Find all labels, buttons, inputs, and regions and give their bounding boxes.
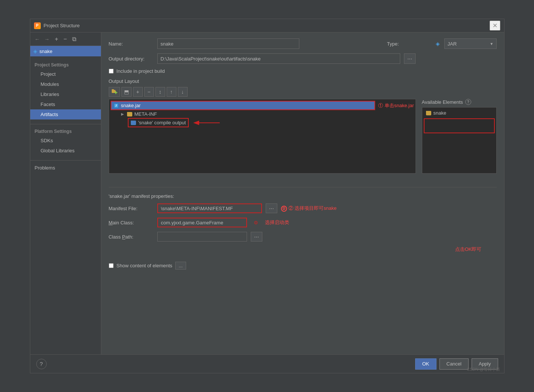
output-dir-browse-button[interactable]: ⋯ [404, 53, 416, 64]
output-dir-row: Output directory: ⋯ [109, 53, 497, 64]
jar-row: J snake.jar ① 单击snake.jar [111, 101, 414, 110]
layout-toolbar: ⬒ + − ↕ ↑ ↓ [109, 87, 497, 97]
classpath-browse-button[interactable]: ⋯ [251, 232, 262, 242]
type-select-wrapper: JAR WAR EAR ▼ [444, 38, 497, 49]
compile-output-row: 'snake' compile output [111, 118, 414, 127]
manifest-section: 'snake.jar' manifest properties: Manifes… [109, 187, 497, 257]
back-button[interactable]: ← [33, 35, 41, 43]
sidebar-item-global-libraries[interactable]: Global Libraries [30, 146, 101, 156]
manifest-file-label: Manifest File: [109, 206, 154, 211]
sidebar-selected-item[interactable]: ◈ snake [30, 46, 101, 56]
include-build-checkbox[interactable] [109, 69, 114, 74]
type-label: Type: [387, 41, 432, 47]
include-build-row: Include in project build [109, 68, 497, 74]
available-folder-icon [426, 111, 431, 115]
jar-icon: J [114, 103, 119, 108]
main-class-row: Main Class: ⚙ 选择启动类 [109, 218, 497, 227]
copy-item-button[interactable]: ⧉ [71, 35, 78, 43]
layout-remove-button[interactable]: − [144, 87, 154, 97]
main-class-browse-button[interactable]: ⚙ [251, 218, 261, 227]
output-layout-area: J snake.jar ① 单击snake.jar ▶ META-INF [109, 99, 497, 174]
main-panel: Name: Type: ◈ JAR WAR EAR ▼ [101, 32, 504, 354]
available-panel: Available Elements ? snake [422, 99, 497, 174]
classpath-row: Class Path: ⋯ [109, 232, 497, 242]
manifest-title: 'snake.jar' manifest properties: [109, 193, 497, 199]
output-layout-title: Output Layout [109, 78, 497, 84]
jar-icon-small: ◈ [33, 48, 37, 54]
sidebar-item-artifacts[interactable]: Artifacts [30, 109, 101, 119]
project-settings-header: Project Settings [30, 59, 101, 69]
close-button[interactable]: ✕ [490, 21, 500, 31]
type-container: ◈ JAR WAR EAR ▼ [436, 38, 497, 49]
sort-button[interactable]: ↕ [155, 87, 165, 97]
main-class-label: Main Class: [109, 220, 154, 225]
manifest-file-input[interactable] [157, 203, 262, 213]
move-down-button[interactable]: ↓ [178, 87, 188, 97]
ok-button[interactable]: OK [415, 358, 436, 370]
compile-output-tree-item[interactable]: 'snake' compile output [128, 118, 189, 127]
available-title: Available Elements ? [422, 99, 497, 105]
show-content-options-button[interactable]: ... [175, 262, 186, 270]
meta-inf-label: META-INF [135, 111, 157, 117]
sidebar-item-name: snake [40, 49, 53, 54]
dialog-footer: ? OK Cancel Apply CSDN @每日小新 [30, 354, 504, 373]
content-area: ← → + − ⧉ ◈ snake Project Settings Proje… [30, 32, 504, 354]
type-select[interactable]: JAR WAR EAR [444, 38, 497, 49]
available-snake-label: snake [433, 110, 447, 116]
output-dir-input[interactable] [157, 53, 400, 64]
show-content-row: Show content of elements ... [109, 262, 497, 270]
columns-button[interactable]: ⬒ [121, 87, 132, 97]
expand-chevron: ▶ [121, 112, 124, 116]
show-content-label[interactable]: Show content of elements [117, 263, 173, 268]
annotation-arrow [192, 118, 222, 127]
cancel-button[interactable]: Cancel [439, 358, 469, 370]
move-up-button[interactable]: ↑ [167, 87, 176, 97]
name-label: Name: [109, 41, 154, 47]
meta-inf-folder-icon [127, 112, 132, 116]
add-from-modules-button[interactable] [109, 87, 120, 97]
jar-tree-item[interactable]: J snake.jar [111, 101, 376, 110]
sidebar-item-project[interactable]: Project [30, 69, 101, 79]
available-snake-item[interactable]: snake [424, 109, 495, 117]
annotation-2-circle: ② [281, 206, 287, 212]
annotation-2: ②② 选择项目即可snake [281, 205, 337, 212]
compile-output-label: 'snake' compile output [138, 120, 186, 125]
title-bar-left: P Project Structure [34, 22, 80, 29]
sidebar-item-problems[interactable]: Problems [30, 162, 101, 174]
name-input[interactable] [157, 38, 299, 49]
main-class-input[interactable] [157, 218, 247, 227]
sidebar-item-facets[interactable]: Facets [30, 99, 101, 109]
available-red-box [424, 118, 495, 133]
add-item-button[interactable]: + [53, 35, 60, 43]
nav-arrows: ← → [33, 35, 51, 43]
jar-type-icon: ◈ [436, 41, 440, 47]
title-bar: P Project Structure ✕ [30, 19, 504, 32]
classpath-label: Class Path: [109, 234, 154, 240]
tree-panel[interactable]: J snake.jar ① 单击snake.jar ▶ META-INF [109, 99, 416, 174]
meta-inf-tree-item[interactable]: ▶ META-INF [111, 110, 414, 118]
show-content-checkbox[interactable] [109, 263, 114, 268]
sidebar-item-libraries[interactable]: Libraries [30, 89, 101, 99]
manifest-browse-button[interactable]: ⋯ [266, 203, 277, 213]
app-icon: P [34, 22, 41, 29]
available-list[interactable]: snake [422, 107, 497, 174]
sidebar: ← → + − ⧉ ◈ snake Project Settings Proje… [30, 32, 101, 354]
include-build-label[interactable]: Include in project build [117, 68, 165, 74]
classpath-input[interactable] [157, 232, 247, 242]
available-label: Available Elements [422, 99, 463, 105]
project-structure-dialog: P Project Structure ✕ ← → + − ⧉ ◈ snake [30, 19, 504, 373]
sidebar-item-sdks[interactable]: SDKs [30, 136, 101, 146]
available-help-icon: ? [465, 99, 471, 105]
sidebar-item-modules[interactable]: Modules [30, 79, 101, 89]
forward-button[interactable]: → [43, 35, 51, 43]
remove-item-button[interactable]: − [62, 35, 68, 43]
ok-annotation: 点击OK即可 [455, 246, 482, 252]
layout-add-button[interactable]: + [133, 87, 143, 97]
watermark: CSDN @每日小新 [467, 367, 500, 372]
annotation-1: ① 单击snake.jar [378, 102, 414, 109]
svg-rect-1 [112, 89, 114, 90]
help-button[interactable]: ? [36, 359, 47, 369]
manifest-file-row: Manifest File: ⋯ ②② 选择项目即可snake [109, 203, 497, 213]
sidebar-toolbar: ← → + − ⧉ [30, 32, 101, 46]
output-dir-label: Output directory: [109, 56, 154, 62]
